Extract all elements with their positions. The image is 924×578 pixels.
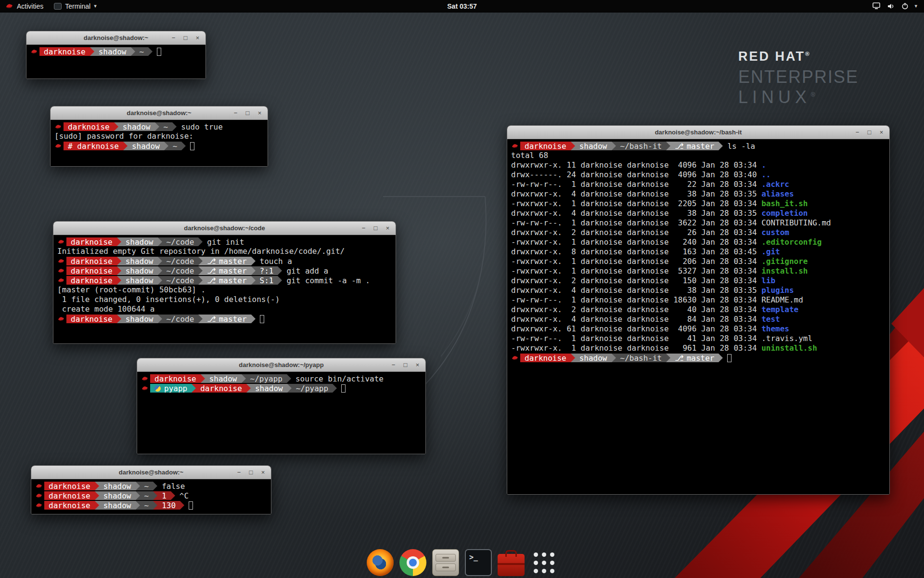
file-list-row: drwxrwxr-x. 4 darknoise darknoise 38 Jan… — [511, 189, 886, 199]
close-button[interactable]: × — [259, 469, 267, 475]
powerline-arrow-icon — [95, 482, 99, 490]
minimize-button[interactable]: − — [235, 469, 243, 475]
window-title: darknoise@shadow:~/bash-it — [507, 129, 889, 136]
chevron-down-icon: ▾ — [94, 3, 97, 9]
terminal-content[interactable]: darknoiseshadow~sudo true[sudo] password… — [51, 120, 268, 166]
file-list-row: -rwxrwxr-x. 1 darknoise darknoise 206 Ja… — [511, 257, 886, 266]
powerline-arrow-icon — [158, 276, 162, 285]
minimize-button[interactable]: − — [390, 362, 397, 368]
file-name: bash_it.sh — [761, 199, 808, 208]
power-icon[interactable] — [901, 2, 909, 10]
app-grid-icon[interactable] — [530, 549, 557, 576]
powerline-arrow-icon — [198, 266, 203, 275]
terminal-content[interactable]: darknoiseshadow~ — [26, 45, 205, 79]
file-name: custom — [761, 228, 789, 237]
powerline-arrow-icon — [155, 122, 159, 131]
clock[interactable]: Sat 03:57 — [447, 2, 476, 10]
prompt-segment-user: darknoise — [44, 491, 95, 500]
file-meta: drwxrwxr-x. 4 darknoise darknoise 38 Jan… — [511, 209, 761, 218]
maximize-button[interactable]: □ — [182, 35, 189, 41]
window-title: darknoise@shadow:~/pyapp — [137, 361, 425, 368]
close-button[interactable]: × — [414, 362, 421, 368]
window-titlebar[interactable]: darknoise@shadow:~/code−□× — [53, 222, 396, 235]
branding-linux: LINUX® — [738, 87, 859, 107]
window-titlebar[interactable]: darknoise@shadow:~−□× — [51, 106, 268, 120]
redhat-prompt-icon — [57, 316, 65, 322]
prompt-segment-status: ?:1 — [256, 266, 278, 275]
close-button[interactable]: × — [256, 110, 263, 116]
file-list-row: -rw-rw-r--. 1 darknoise darknoise 41 Jan… — [511, 334, 886, 343]
firefox-icon[interactable] — [367, 549, 394, 576]
redhat-prompt-icon — [57, 258, 65, 264]
window-titlebar[interactable]: darknoise@shadow:~−□× — [31, 466, 271, 479]
toolbox-icon[interactable] — [498, 554, 525, 576]
prompt-segment-branch: ⎇master — [203, 276, 251, 285]
prompt-segment-branch: ⎇master — [203, 315, 251, 323]
close-button[interactable]: × — [384, 225, 391, 231]
volume-icon[interactable] — [887, 3, 896, 10]
redhat-prompt-icon — [35, 502, 43, 508]
file-list-row: -rwxrwxr-x. 1 darknoise darknoise 5327 J… — [511, 266, 886, 276]
file-list-row: -rw-rw-r--. 1 darknoise darknoise 3622 J… — [511, 218, 886, 228]
maximize-button[interactable]: □ — [402, 362, 409, 368]
terminal-content[interactable]: darknoiseshadow~/bash-it⎇masterls -latot… — [507, 139, 889, 494]
terminal-content[interactable]: darknoiseshadow~falsedarknoiseshadow~1^C… — [31, 479, 271, 514]
terminal-icon[interactable]: >_ — [465, 549, 492, 576]
powerline-arrow-icon — [198, 257, 203, 265]
maximize-button[interactable]: □ — [247, 469, 255, 475]
terminal-content[interactable]: darknoiseshadow~/codegit initInitialized… — [53, 235, 396, 343]
prompt-segment-host: shadow — [94, 47, 131, 56]
terminal-window[interactable]: darknoise@shadow:~−□×darknoiseshadow~fal… — [31, 465, 271, 514]
powerline-arrow-icon — [123, 142, 128, 150]
terminal-window[interactable]: darknoise@shadow:~/code−□×darknoiseshado… — [53, 221, 396, 344]
grid-dot-detail — [542, 552, 546, 557]
file-list-row: drwxrwxr-x. 61 darknoise darknoise 4096 … — [511, 324, 886, 334]
app-menu[interactable]: Terminal ▾ — [49, 0, 102, 12]
powerline-arrow-icon — [153, 501, 157, 510]
powerline-arrow-icon — [164, 142, 168, 150]
maximize-button[interactable]: □ — [244, 110, 251, 116]
powerline-arrow-icon — [198, 315, 203, 323]
powerline-arrow-icon — [131, 47, 135, 56]
terminal-window[interactable]: darknoise@shadow:~−□×darknoiseshadow~ — [26, 31, 206, 79]
file-list-row: -rw-rw-r--. 1 darknoise darknoise 22 Jan… — [511, 180, 886, 189]
file-name: plugins — [761, 286, 794, 295]
window-titlebar[interactable]: darknoise@shadow:~−□× — [26, 31, 205, 45]
prompt-segment-path: ~ — [168, 142, 182, 150]
file-meta: drwxrwxr-x. 8 darknoise darknoise 163 Ja… — [511, 247, 761, 256]
prompt-segment-user: # darknoise — [64, 142, 123, 150]
terminal-content[interactable]: darknoiseshadow~/pyappsource bin/activat… — [137, 372, 425, 454]
window-titlebar[interactable]: darknoise@shadow:~/pyapp−□× — [137, 358, 425, 372]
maximize-button[interactable]: □ — [372, 225, 379, 231]
grid-dot-detail — [542, 569, 546, 573]
close-button[interactable]: × — [878, 129, 885, 135]
activities-button[interactable]: Activities — [0, 0, 49, 12]
display-icon[interactable] — [873, 2, 881, 10]
file-list-row: drwxrwxr-x. 11 darknoise darknoise 4096 … — [511, 160, 886, 170]
close-button[interactable]: × — [194, 35, 201, 41]
file-meta: -rw-rw-r--. 1 darknoise darknoise 3622 J… — [511, 218, 761, 227]
files-icon[interactable] — [432, 549, 459, 576]
file-meta: -rwxrwxr-x. 1 darknoise darknoise 2205 J… — [511, 199, 761, 208]
branch-icon: ⎇ — [675, 142, 683, 151]
file-list-row: drwxrwxr-x. 2 darknoise darknoise 40 Jan… — [511, 305, 886, 315]
maximize-button[interactable]: □ — [866, 129, 873, 135]
powerline-arrow-icon — [198, 237, 203, 246]
system-status-area[interactable]: ▾ — [873, 0, 924, 12]
terminal-window[interactable]: darknoise@shadow:~/bash-it−□×darknoisesh… — [507, 125, 890, 495]
terminal-window[interactable]: darknoise@shadow:~−□×darknoiseshadow~sud… — [50, 106, 268, 167]
window-titlebar[interactable]: darknoise@shadow:~/bash-it−□× — [507, 126, 889, 139]
file-list-row: -rwxrwxr-x. 1 darknoise darknoise 2205 J… — [511, 199, 886, 209]
terminal-window[interactable]: darknoise@shadow:~/pyapp−□×darknoiseshad… — [137, 358, 426, 454]
powerline-arrow-icon — [251, 276, 256, 285]
prompt-segment-path: ~ — [159, 122, 173, 131]
minimize-button[interactable]: − — [854, 129, 861, 135]
chrome-icon[interactable] — [399, 549, 426, 576]
prompt-segment-branch: ⎇master — [203, 257, 251, 265]
minimize-button[interactable]: − — [360, 225, 367, 231]
file-meta: drwxrwxr-x. 61 darknoise darknoise 4096 … — [511, 324, 761, 333]
minimize-button[interactable]: − — [170, 35, 177, 41]
prompt-segment-exit: 1 — [157, 491, 171, 500]
prompt-segment-host: shadow — [121, 276, 158, 285]
minimize-button[interactable]: − — [232, 110, 239, 116]
